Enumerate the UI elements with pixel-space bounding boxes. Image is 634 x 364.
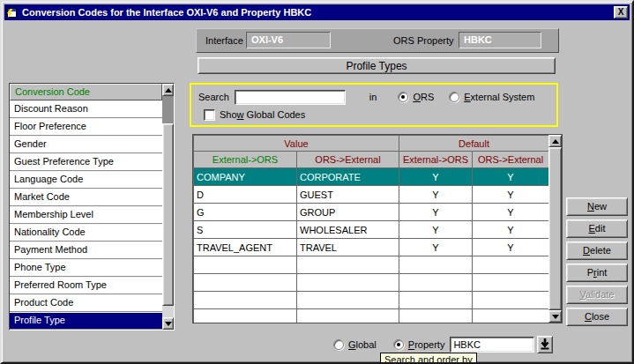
table-row[interactable]: TRAVEL_AGENTTRAVELYY xyxy=(194,239,549,256)
table-cell[interactable] xyxy=(473,274,549,292)
radio-ors[interactable] xyxy=(398,92,408,102)
table-cell[interactable]: Y xyxy=(399,186,473,204)
action-button-column: NewEditDeletePrintValidateClose xyxy=(566,197,628,330)
table-cell[interactable] xyxy=(473,256,549,274)
close-icon[interactable]: X xyxy=(614,6,628,19)
profile-types-bar[interactable]: Profile Types xyxy=(198,57,556,74)
scroll-up-icon[interactable] xyxy=(162,84,174,96)
table-cell[interactable]: COMPANY xyxy=(194,168,297,186)
delete-button[interactable]: Delete xyxy=(566,241,628,260)
table-scrollbar[interactable] xyxy=(548,135,562,323)
list-item[interactable]: Membership Level xyxy=(10,206,162,224)
table-column-header[interactable]: External->ORS xyxy=(194,152,297,168)
radio-external-system[interactable] xyxy=(449,92,459,102)
table-row[interactable] xyxy=(194,309,549,324)
table-cell[interactable]: Y xyxy=(473,186,549,204)
radio-ors-label[interactable]: ORS xyxy=(413,92,434,102)
edit-button[interactable]: Edit xyxy=(566,219,628,238)
new-button[interactable]: New xyxy=(566,197,628,216)
interface-property-strip: Interface OXI-V6 ORS Property HBKC xyxy=(196,28,559,53)
table-cell[interactable] xyxy=(399,309,473,324)
conversion-code-list: Conversion Code Discount ReasonFloor Pre… xyxy=(9,83,175,331)
table-cell[interactable]: Y xyxy=(473,221,549,239)
table-row[interactable]: COMPANYCORPORATEYY xyxy=(194,168,549,186)
print-button[interactable]: Print xyxy=(566,264,628,282)
table-cell[interactable] xyxy=(194,292,297,309)
window-title: Conversion Codes for the Interface OXI-V… xyxy=(22,7,614,18)
show-global-codes-checkbox[interactable] xyxy=(204,109,215,121)
property-code-input[interactable] xyxy=(450,337,534,353)
table-cell[interactable]: Y xyxy=(473,239,549,256)
table-cell[interactable]: S xyxy=(194,221,297,239)
table-cell[interactable]: Y xyxy=(399,204,473,221)
radio-property[interactable] xyxy=(393,339,404,350)
list-scrollbar[interactable] xyxy=(162,84,174,330)
list-scrollbar-thumb[interactable] xyxy=(162,123,174,306)
table-row[interactable]: GGROUPYY xyxy=(194,204,549,221)
ors-property-value-field: HBKC xyxy=(459,32,541,48)
table-cell[interactable]: TRAVEL xyxy=(297,239,399,256)
table-cell[interactable]: Y xyxy=(399,239,473,256)
scroll-down-icon[interactable] xyxy=(162,317,174,330)
table-cell[interactable] xyxy=(399,256,473,274)
radio-global-label[interactable]: Global xyxy=(348,339,377,350)
close-button[interactable]: Close xyxy=(566,308,628,326)
table-cell[interactable] xyxy=(194,309,297,324)
list-item[interactable]: Gender xyxy=(10,136,162,153)
list-item[interactable]: Discount Reason xyxy=(10,100,162,118)
table-cell[interactable]: D xyxy=(194,186,297,204)
show-global-codes-label[interactable]: Show Global Codes xyxy=(220,109,305,120)
list-item[interactable]: Preferred Room Type xyxy=(10,277,162,294)
table-scrollbar-thumb[interactable] xyxy=(548,147,562,310)
property-lov-button[interactable] xyxy=(537,336,553,353)
radio-property-label[interactable]: Property xyxy=(408,339,445,350)
table-cell[interactable]: TRAVEL_AGENT xyxy=(194,239,297,256)
table-cell[interactable]: WHOLESALER xyxy=(297,221,399,239)
table-column-header[interactable]: External->ORS xyxy=(399,152,473,168)
table-cell[interactable] xyxy=(297,274,399,292)
table-row[interactable]: SWHOLESALERYY xyxy=(194,221,549,239)
radio-external-system-label[interactable]: External System xyxy=(464,92,534,102)
values-grid[interactable]: ValueDefaultExternal->ORSORS->ExternalEx… xyxy=(193,135,549,323)
search-input[interactable] xyxy=(235,90,346,105)
search-label: Search xyxy=(198,92,229,102)
table-row[interactable] xyxy=(194,256,549,274)
conversion-code-header: Conversion Code xyxy=(10,84,162,100)
table-cell[interactable] xyxy=(399,274,473,292)
table-row[interactable] xyxy=(194,274,549,292)
table-cell[interactable] xyxy=(473,292,549,309)
radio-global[interactable] xyxy=(333,339,344,350)
values-table: ValueDefaultExternal->ORSORS->ExternalEx… xyxy=(192,134,563,323)
table-cell[interactable] xyxy=(297,292,399,309)
table-cell[interactable]: Y xyxy=(473,168,549,186)
table-cell[interactable]: G xyxy=(194,204,297,221)
list-item[interactable]: Phone Type xyxy=(10,259,162,277)
list-item[interactable]: Nationality Code xyxy=(10,224,162,241)
table-cell[interactable] xyxy=(473,309,549,324)
table-cell[interactable]: GUEST xyxy=(297,186,399,204)
table-cell[interactable]: Y xyxy=(399,168,473,186)
list-item[interactable]: Language Code xyxy=(10,171,162,189)
table-cell[interactable]: Y xyxy=(473,204,549,221)
list-item[interactable]: Product Code xyxy=(10,294,162,312)
table-cell[interactable] xyxy=(297,256,399,274)
table-cell[interactable]: CORPORATE xyxy=(297,168,399,186)
table-column-header[interactable]: ORS->External xyxy=(473,152,549,168)
table-column-header[interactable]: ORS->External xyxy=(297,152,399,168)
table-cell[interactable]: GROUP xyxy=(297,204,399,221)
list-item[interactable]: Market Code xyxy=(10,189,162,206)
list-item[interactable]: Profile Type xyxy=(10,312,162,330)
interface-label: Interface xyxy=(205,35,243,46)
list-item[interactable]: Floor Preference xyxy=(10,118,162,136)
table-row[interactable] xyxy=(194,292,549,309)
table-scroll-up-icon[interactable] xyxy=(548,135,562,147)
table-cell[interactable] xyxy=(194,256,297,274)
table-row[interactable]: DGUESTYY xyxy=(194,186,549,204)
list-item[interactable]: Guest Preference Type xyxy=(10,153,162,171)
table-cell[interactable] xyxy=(399,292,473,309)
table-cell[interactable] xyxy=(194,274,297,292)
list-item[interactable]: Payment Method xyxy=(10,241,162,259)
table-cell[interactable] xyxy=(297,309,399,324)
table-scroll-down-icon[interactable] xyxy=(548,310,562,323)
table-cell[interactable]: Y xyxy=(399,221,473,239)
